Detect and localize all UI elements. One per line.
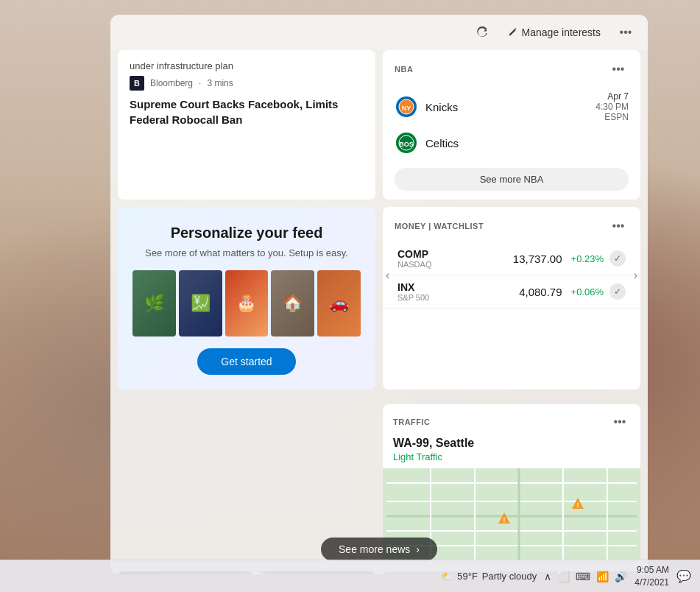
team-row-knicks: NY Knicks Apr 7 4:30 PM ESPN <box>395 87 629 127</box>
see-more-news-arrow: › <box>416 543 420 555</box>
stock-symbol-comp: COMP <box>397 248 513 260</box>
taskbar-time[interactable]: 9:05 AM 4/7/2021 <box>634 564 669 589</box>
see-more-nba-button[interactable]: See more NBA <box>395 168 629 191</box>
stock-change-comp: +0.23% <box>571 253 604 264</box>
personalize-title: Personalize your feed <box>132 225 361 242</box>
traffic-header: TRAFFIC ••• <box>383 404 640 437</box>
watchlist-next-button[interactable]: › <box>634 269 637 282</box>
svg-text:NY: NY <box>402 105 411 112</box>
money-more-button[interactable]: ••• <box>608 216 629 236</box>
volume-icon[interactable]: 🔊 <box>615 571 627 582</box>
svg-text:!: ! <box>503 516 506 524</box>
team-name-knicks: Knicks <box>425 101 595 113</box>
weather-condition: Partly cloudy <box>482 571 537 582</box>
stock-info-comp: COMP NASDAQ <box>397 248 513 269</box>
traffic-status: Light Traffic <box>383 451 640 468</box>
game-network: ESPN <box>595 112 629 122</box>
manage-interests-label: Manage interests <box>522 27 601 38</box>
nba-header: NBA ••• <box>395 59 629 80</box>
watchlist-container: ‹ COMP NASDAQ 13,737.00 +0.23% ✓ INX S&P… <box>383 242 640 309</box>
see-more-news-label: See more news <box>339 543 410 555</box>
stock-check-comp[interactable]: ✓ <box>609 250 626 267</box>
stock-price-comp: 13,737.00 <box>513 253 562 265</box>
nba-label: NBA <box>395 65 413 74</box>
stock-exchange-comp: NASDAQ <box>397 260 513 269</box>
news-title: Supreme Court Backs Facebook, Limits Fed… <box>130 96 364 127</box>
more-options-icon: ••• <box>620 26 632 39</box>
nba-card: NBA ••• NY Knicks Apr 7 4:30 PM ESPN <box>383 50 640 200</box>
stock-exchange-inx: S&P 500 <box>397 293 519 302</box>
stock-check-inx[interactable]: ✓ <box>609 283 626 300</box>
more-options-button[interactable]: ••• <box>615 22 636 43</box>
svg-text:!: ! <box>577 501 579 509</box>
interest-img-3: 🎂 <box>225 270 269 336</box>
team-name-celtics: Celtics <box>425 137 629 149</box>
knicks-logo: NY <box>395 95 418 119</box>
stock-row-inx[interactable]: INX S&P 500 4,080.79 +0.06% ✓ <box>383 275 640 309</box>
news-subtitle: under infrastructure plan <box>130 60 364 71</box>
stock-symbol-inx: INX <box>397 281 519 293</box>
widget-panel: Manage interests ••• under infrastructur… <box>110 15 648 574</box>
time-display: 9:05 AM <box>634 564 669 577</box>
game-date: Apr 7 4:30 PM ESPN <box>595 91 629 122</box>
nba-more-button[interactable]: ••• <box>608 59 629 80</box>
interest-img-5: 🚗 <box>317 270 361 336</box>
news-card-top[interactable]: under infrastructure plan B Bloomberg · … <box>118 50 375 200</box>
money-watchlist-card: MONEY | WATCHLIST ••• ‹ COMP NASDAQ 13,7… <box>383 207 640 390</box>
interest-img-2: 💹 <box>179 270 222 336</box>
weather-icon: ⛅ <box>441 571 453 582</box>
news-source-name: Bloomberg <box>150 78 193 88</box>
keyboard-icon[interactable]: ⌨ <box>576 571 590 582</box>
stock-row-comp[interactable]: COMP NASDAQ 13,737.00 +0.23% ✓ <box>383 242 640 275</box>
interest-image-grid: 🌿 💹 🎂 🏠 🚗 <box>132 270 361 336</box>
see-more-news-bar[interactable]: See more news › <box>321 538 437 561</box>
money-header: MONEY | WATCHLIST ••• <box>383 216 640 236</box>
game-time: 4:30 PM <box>595 102 629 112</box>
watchlist-prev-button[interactable]: ‹ <box>386 269 389 282</box>
interest-img-1: 🌿 <box>132 270 176 336</box>
temperature: 59°F <box>457 571 478 582</box>
chevron-up-icon[interactable]: ∧ <box>544 571 551 582</box>
display-icon[interactable]: ⬜ <box>557 571 570 582</box>
taskbar-weather[interactable]: ⛅ 59°F Partly cloudy <box>441 571 537 582</box>
news-source: B Bloomberg · 3 mins <box>130 76 364 91</box>
taskbar-system-icons: ∧ ⬜ ⌨ 📶 🔊 <box>544 571 627 582</box>
personalize-card: Personalize your feed See more of what m… <box>118 207 375 390</box>
stock-change-inx: +0.06% <box>571 286 604 297</box>
celtics-logo: BOS <box>395 131 418 155</box>
refresh-button[interactable] <box>472 22 492 43</box>
wifi-icon[interactable]: 📶 <box>596 571 609 582</box>
traffic-more-button[interactable]: ••• <box>609 412 630 432</box>
interest-img-4: 🏠 <box>271 270 314 336</box>
get-started-button[interactable]: Get started <box>197 348 295 375</box>
manage-interests-button[interactable]: Manage interests <box>501 24 607 41</box>
stock-info-inx: INX S&P 500 <box>397 281 519 302</box>
svg-text:BOS: BOS <box>399 141 414 148</box>
traffic-location: WA-99, Seattle <box>383 437 640 451</box>
toolbar: Manage interests ••• <box>110 15 648 50</box>
money-label: MONEY | WATCHLIST <box>395 222 484 230</box>
stock-price-inx: 4,080.79 <box>519 286 562 298</box>
date-display: 4/7/2021 <box>634 577 669 589</box>
game-date-text: Apr 7 <box>595 91 629 102</box>
chat-icon[interactable]: 💬 <box>676 569 691 583</box>
personalize-subtitle: See more of what matters to you. Setup i… <box>132 247 361 258</box>
news-dot: · <box>199 78 201 88</box>
content-grid: under infrastructure plan B Bloomberg · … <box>110 50 648 404</box>
traffic-label: TRAFFIC <box>393 417 431 426</box>
bloomberg-logo: B <box>130 76 144 91</box>
team-row-celtics: BOS Celtics <box>395 127 629 159</box>
taskbar: ⛅ 59°F Partly cloudy ∧ ⬜ ⌨ 📶 🔊 9:05 AM 4… <box>0 560 700 592</box>
news-time: 3 mins <box>207 78 233 88</box>
